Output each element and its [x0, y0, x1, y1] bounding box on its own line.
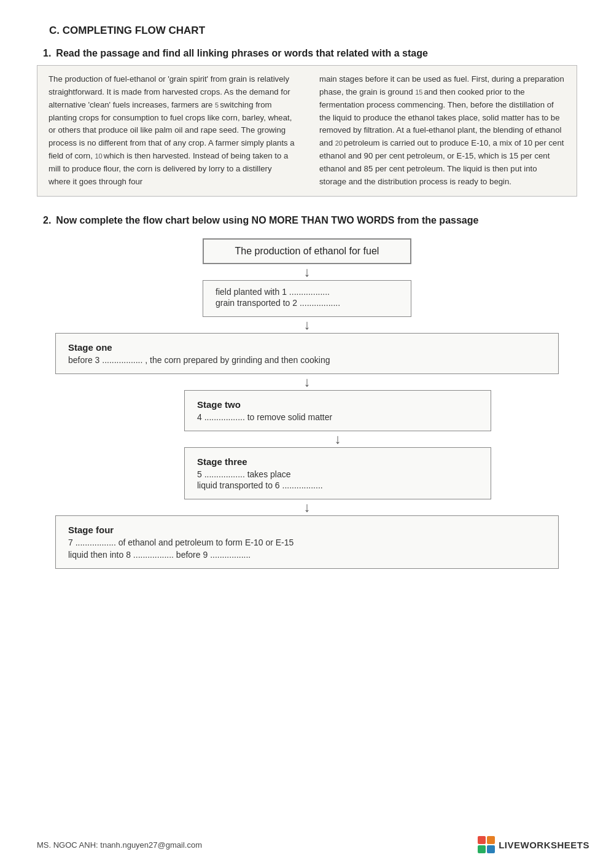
stage-four-line2: liquid then into 8 ................. bef…: [68, 550, 546, 560]
arrow-4: ↓: [335, 432, 341, 446]
q2-label: 2.: [43, 215, 51, 226]
stage-one-box: Stage one before 3 ................. , t…: [55, 333, 559, 374]
passage-left-text: The production of fuel-ethanol or 'grain…: [49, 73, 295, 189]
logo-sq-red: [478, 836, 486, 844]
logo-sq-green: [478, 845, 486, 853]
stage-three-line1: 5 ................. takes place: [197, 469, 478, 479]
stage-two-label: Stage two: [197, 399, 478, 410]
flowchart-title: The production of ethanol for fuel: [235, 246, 379, 256]
box1-line2: grain transported to 2 .................: [216, 298, 398, 308]
stage-two-content: 4 ................. to remove solid matt…: [197, 412, 478, 422]
passage-right-text: main stages before it can be used as fue…: [319, 73, 565, 189]
logo-sq-orange: [487, 836, 495, 844]
arrow-5: ↓: [304, 501, 311, 514]
passage-right: main stages before it can be used as fue…: [313, 73, 565, 189]
arrow-3: ↓: [304, 375, 311, 389]
stage-three-label: Stage three: [197, 456, 478, 467]
flowchart: The production of ethanol for fuel ↓ fie…: [37, 238, 577, 569]
stage-four-line1: 7 ................. of ethanol and petro…: [68, 538, 546, 547]
passage-box: The production of fuel-ethanol or 'grain…: [37, 65, 577, 197]
logo-sq-blue: [487, 845, 495, 853]
logo-text: LIVEWORKSHEETS: [499, 840, 589, 850]
section-title: C. COMPLETING FLOW CHART: [49, 25, 577, 37]
passage-left: The production of fuel-ethanol or 'grain…: [49, 73, 301, 189]
footer-text: MS. NGOC ANH: tnanh.nguyen27@gmail.com: [37, 840, 202, 850]
liveworksheets-logo: LIVEWORKSHEETS: [478, 836, 589, 853]
stage-three-line2: liquid transported to 6 ................…: [197, 480, 478, 490]
box1-line1: field planted with 1 .................: [216, 287, 398, 297]
arrow-2: ↓: [304, 318, 311, 332]
stage-three-box: Stage three 5 ................. takes pl…: [184, 447, 491, 499]
arrow-1: ↓: [304, 265, 311, 279]
stage-one-label: Stage one: [68, 342, 546, 353]
flowchart-box1: field planted with 1 ................. g…: [203, 280, 411, 317]
flowchart-title-box: The production of ethanol for fuel: [203, 238, 411, 264]
stage-one-content: before 3 ................. , the corn pr…: [68, 355, 546, 365]
stage-four-label: Stage four: [68, 525, 546, 535]
q1-text: Read the passage and find all linking ph…: [56, 48, 427, 59]
q1-label: 1.: [43, 48, 51, 59]
stage-four-box: Stage four 7 ................. of ethano…: [55, 515, 559, 569]
stage-two-box: Stage two 4 ................. to remove …: [184, 390, 491, 431]
logo-squares: [478, 836, 495, 853]
q2-text: Now complete the flow chart below using …: [56, 215, 478, 226]
